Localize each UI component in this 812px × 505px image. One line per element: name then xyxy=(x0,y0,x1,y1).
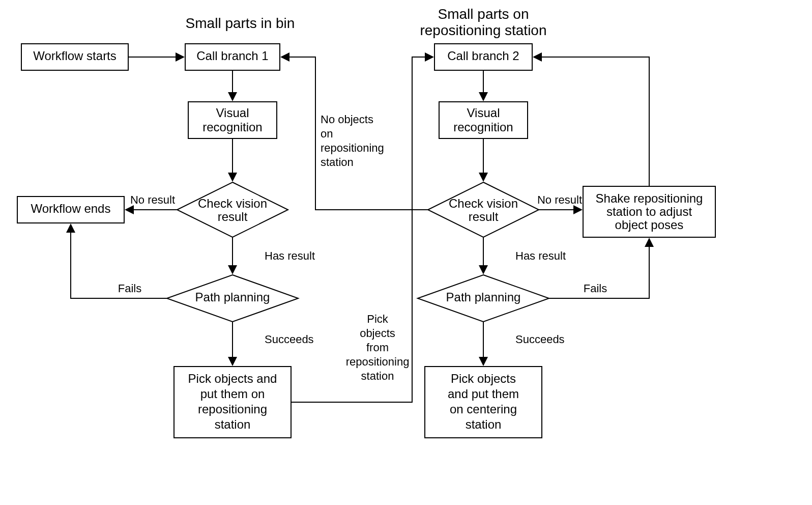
text-pick2-l1: Pick objects xyxy=(451,372,516,385)
label-pickfrom-l1: Pick xyxy=(367,313,389,325)
text-call-branch-2: Call branch 2 xyxy=(447,49,519,63)
label-chk1-hasresult: Has result xyxy=(265,249,315,262)
text-vis1-l2: recognition xyxy=(202,120,262,134)
label-noobj-l1: No objects xyxy=(321,113,373,126)
text-pick1-l3: repositioning xyxy=(198,402,267,416)
text-shake-l1: Shake repositioning xyxy=(596,191,703,205)
text-pick1-l2: put them on xyxy=(200,387,265,401)
text-pick2-l2: and put them xyxy=(448,387,519,401)
label-chk2-hasresult: Has result xyxy=(515,249,566,262)
text-pick2-l4: station xyxy=(466,417,502,431)
edge-shake-to-call2 xyxy=(534,57,649,186)
title-left: Small parts in bin xyxy=(186,15,295,31)
label-plan1-fails: Fails xyxy=(118,282,141,295)
label-pickfrom-l3: from xyxy=(366,341,389,354)
label-plan2-succeeds: Succeeds xyxy=(515,333,565,346)
edge-pick1-to-call2 xyxy=(291,57,432,402)
text-chk1-l1: Check vision xyxy=(198,197,267,210)
label-pickfrom-l4: repositioning xyxy=(346,355,410,368)
label-noobj-l2: on xyxy=(321,127,333,140)
title-right-l2: repositioning station xyxy=(420,22,546,38)
text-chk2-l2: result xyxy=(469,210,499,223)
label-chk2-noresult: No result xyxy=(537,193,582,206)
label-noobj-l4: station xyxy=(321,156,354,169)
text-call-branch-1: Call branch 1 xyxy=(196,49,268,63)
text-chk2-l1: Check vision xyxy=(449,197,518,210)
text-plan1: Path planning xyxy=(195,290,270,304)
text-shake-l2: station to adjust xyxy=(606,205,692,218)
text-pick1-l1: Pick objects and xyxy=(188,372,277,385)
text-vis2-l1: Visual xyxy=(467,106,500,120)
text-chk1-l2: result xyxy=(218,210,248,223)
text-vis2-l2: recognition xyxy=(453,120,513,134)
label-plan1-succeeds: Succeeds xyxy=(265,333,314,346)
text-shake-l3: object poses xyxy=(615,218,684,232)
text-workflow-ends: Workflow ends xyxy=(31,202,111,215)
label-noobj-l3: repositioning xyxy=(321,142,384,154)
edge-chk2-noobjects-to-call1 xyxy=(282,57,428,210)
label-plan2-fails: Fails xyxy=(584,282,607,295)
label-chk1-noresult: No result xyxy=(130,193,175,206)
text-plan2: Path planning xyxy=(446,290,521,304)
text-workflow-starts: Workflow starts xyxy=(33,49,117,63)
title-right-l1: Small parts on xyxy=(438,6,529,22)
text-vis1-l1: Visual xyxy=(216,106,249,120)
text-pick1-l4: station xyxy=(215,417,251,431)
text-pick2-l3: on centering xyxy=(450,402,517,416)
label-pickfrom-l5: station xyxy=(361,370,394,382)
label-pickfrom-l2: objects xyxy=(360,327,395,340)
